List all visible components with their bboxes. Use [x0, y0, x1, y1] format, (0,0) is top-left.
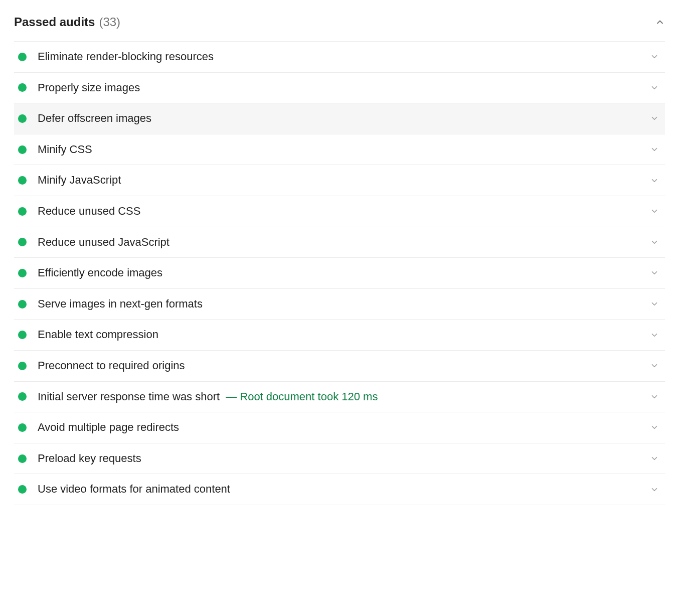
audit-title-wrap: Properly size images: [38, 81, 140, 95]
chevron-down-icon: [650, 361, 659, 370]
pass-status-icon: [18, 114, 27, 123]
audit-row-content: Properly size images: [16, 81, 140, 95]
audit-row-content: Reduce unused CSS: [16, 204, 140, 219]
section-title: Passed audits: [14, 15, 95, 29]
pass-status-icon: [18, 269, 27, 277]
audit-row-content: Preload key requests: [16, 451, 141, 466]
audit-row[interactable]: Serve images in next-gen formats: [14, 289, 665, 320]
audit-title: Enable text compression: [38, 328, 158, 341]
audit-row[interactable]: Preconnect to required origins: [14, 351, 665, 382]
audit-title: Serve images in next-gen formats: [38, 297, 203, 310]
chevron-down-icon: [650, 485, 659, 494]
passed-audits-header[interactable]: Passed audits (33): [14, 10, 665, 41]
audit-list: Eliminate render-blocking resourcesPrope…: [14, 41, 665, 505]
audit-row[interactable]: Minify JavaScript: [14, 165, 665, 196]
pass-status-icon: [18, 362, 27, 370]
audit-title: Use video formats for animated content: [38, 483, 230, 495]
chevron-up-icon: [655, 17, 665, 27]
audit-row[interactable]: Initial server response time was short— …: [14, 382, 665, 413]
audit-title-wrap: Initial server response time was short— …: [38, 390, 378, 404]
audit-row-content: Enable text compression: [16, 328, 158, 342]
audit-title-wrap: Efficiently encode images: [38, 266, 162, 280]
pass-status-icon: [18, 454, 27, 463]
audit-title: Preload key requests: [38, 452, 141, 465]
audit-title: Minify JavaScript: [38, 174, 121, 186]
audit-title-wrap: Use video formats for animated content: [38, 482, 230, 497]
audit-title-wrap: Enable text compression: [38, 328, 158, 342]
audit-row-content: Avoid multiple page redirects: [16, 420, 179, 435]
chevron-down-icon: [650, 423, 659, 432]
audit-title: Properly size images: [38, 81, 140, 94]
pass-status-icon: [18, 53, 27, 61]
chevron-down-icon: [650, 238, 659, 247]
pass-status-icon: [18, 423, 27, 432]
pass-status-icon: [18, 392, 27, 401]
audit-title-wrap: Minify JavaScript: [38, 173, 121, 188]
chevron-down-icon: [650, 268, 659, 277]
audit-title: Minify CSS: [38, 143, 92, 156]
section-count: (33): [99, 15, 120, 29]
audit-row[interactable]: Reduce unused CSS: [14, 196, 665, 227]
chevron-down-icon: [650, 83, 659, 92]
audit-title: Defer offscreen images: [38, 112, 151, 124]
pass-status-icon: [18, 485, 27, 494]
pass-status-icon: [18, 238, 27, 246]
audit-title: Reduce unused JavaScript: [38, 236, 169, 248]
audit-row[interactable]: Minify CSS: [14, 134, 665, 166]
audit-row-content: Serve images in next-gen formats: [16, 297, 203, 312]
audit-title: Preconnect to required origins: [38, 359, 185, 372]
chevron-down-icon: [650, 299, 659, 309]
chevron-down-icon: [650, 207, 659, 216]
audit-row-content: Minify CSS: [16, 142, 92, 157]
audit-title-wrap: Eliminate render-blocking resources: [38, 50, 214, 64]
audit-title: Efficiently encode images: [38, 266, 162, 279]
audit-row[interactable]: Properly size images: [14, 73, 665, 104]
chevron-down-icon: [650, 454, 659, 463]
audit-title-wrap: Minify CSS: [38, 142, 92, 157]
pass-status-icon: [18, 207, 27, 216]
chevron-down-icon: [650, 52, 659, 61]
audit-title-wrap: Defer offscreen images: [38, 111, 151, 126]
chevron-down-icon: [650, 392, 659, 401]
audit-row[interactable]: Preload key requests: [14, 443, 665, 475]
pass-status-icon: [18, 300, 27, 309]
audit-row[interactable]: Efficiently encode images: [14, 258, 665, 289]
pass-status-icon: [18, 83, 27, 92]
audit-row[interactable]: Use video formats for animated content: [14, 474, 665, 505]
audit-row[interactable]: Enable text compression: [14, 320, 665, 351]
audit-title: Reduce unused CSS: [38, 205, 140, 217]
audit-title-wrap: Serve images in next-gen formats: [38, 297, 203, 312]
audit-row-content: Preconnect to required origins: [16, 359, 185, 373]
pass-status-icon: [18, 176, 27, 185]
chevron-down-icon: [650, 114, 659, 123]
audit-row-content: Initial server response time was short— …: [16, 390, 378, 404]
audit-title-wrap: Avoid multiple page redirects: [38, 420, 179, 435]
audit-row[interactable]: Eliminate render-blocking resources: [14, 42, 665, 73]
audit-row[interactable]: Avoid multiple page redirects: [14, 412, 665, 443]
audit-row-content: Eliminate render-blocking resources: [16, 50, 214, 64]
audit-title: Eliminate render-blocking resources: [38, 50, 214, 63]
audit-row[interactable]: Defer offscreen images: [14, 103, 665, 134]
audit-title: Avoid multiple page redirects: [38, 421, 179, 433]
audit-detail: — Root document took 120 ms: [226, 390, 378, 403]
audit-title-wrap: Reduce unused CSS: [38, 204, 140, 219]
audit-row-content: Use video formats for animated content: [16, 482, 230, 497]
pass-status-icon: [18, 145, 27, 154]
audit-row-content: Efficiently encode images: [16, 266, 162, 280]
audit-row[interactable]: Reduce unused JavaScript: [14, 227, 665, 258]
chevron-down-icon: [650, 331, 659, 340]
pass-status-icon: [18, 331, 27, 339]
audit-title: Initial server response time was short: [38, 390, 220, 403]
audit-row-content: Minify JavaScript: [16, 173, 121, 188]
section-title-wrap: Passed audits (33): [14, 15, 120, 29]
chevron-down-icon: [650, 145, 659, 154]
audit-title-wrap: Preload key requests: [38, 451, 141, 466]
audit-row-content: Defer offscreen images: [16, 111, 151, 126]
audit-title-wrap: Reduce unused JavaScript: [38, 235, 169, 250]
chevron-down-icon: [650, 176, 659, 185]
audit-row-content: Reduce unused JavaScript: [16, 235, 169, 250]
audit-title-wrap: Preconnect to required origins: [38, 359, 185, 373]
